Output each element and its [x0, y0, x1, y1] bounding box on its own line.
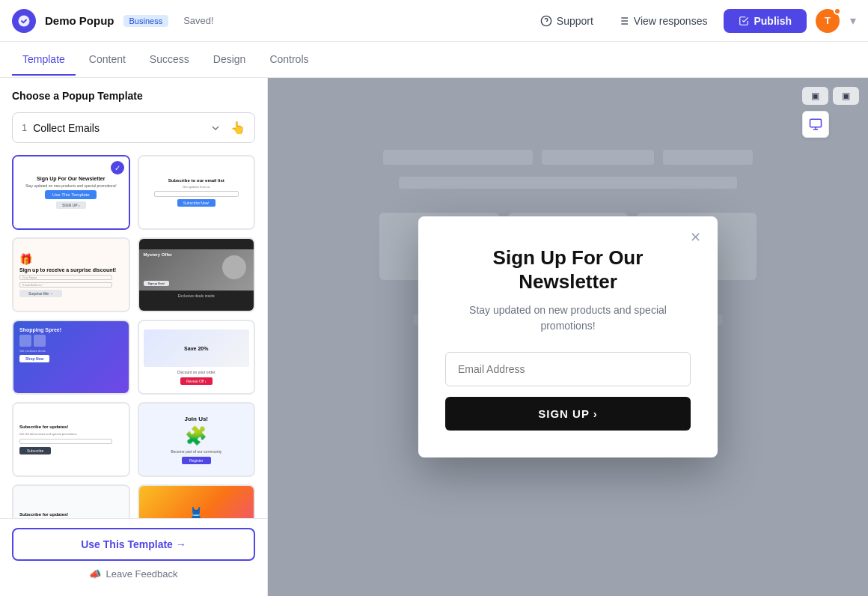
template-card-1[interactable]: Sign Up For Our Newsletter Stay updated … — [12, 155, 130, 230]
publish-button[interactable]: Publish — [724, 9, 807, 33]
template-card-8[interactable]: Join Us! 🧩 Become part of our community … — [138, 402, 256, 477]
avatar[interactable]: T — [816, 9, 840, 33]
signup-button[interactable]: SIGN UP › — [445, 397, 691, 431]
publish-label: Publish — [754, 15, 792, 27]
template-card-7[interactable]: Subscribe for updates! Get the latest ne… — [12, 402, 130, 477]
sidebar-heading: Choose a Popup Template — [12, 90, 255, 102]
list-icon — [617, 15, 629, 27]
popup-close-button[interactable]: ✕ — [685, 227, 706, 248]
use-template-button[interactable]: Use This Template → — [12, 528, 255, 561]
tab-design[interactable]: Design — [203, 44, 257, 76]
dropdown-number: 1 — [22, 122, 27, 133]
notification-dot — [834, 7, 841, 15]
chevron-down-icon — [210, 122, 221, 134]
view-responses-button[interactable]: View responses — [610, 10, 715, 31]
selected-checkmark: ✓ — [111, 161, 124, 174]
sidebar-footer: Use This Template → 📣 Leave Feedback — [0, 518, 267, 596]
popup-subtitle: Stay updated on new products and special… — [445, 302, 691, 334]
template-card-10[interactable]: 👗 Fashion Newsletter — [138, 484, 256, 518]
main-layout: Choose a Popup Template 1 Collect Emails… — [0, 78, 868, 596]
popup-overlay: ✕ Sign Up For Our Newsletter Stay update… — [268, 78, 868, 596]
topbar: Demo Popup Business Saved! Support View … — [0, 0, 868, 42]
feedback-icon: 📣 — [89, 568, 101, 580]
use-template-label: Use This Template → — [81, 538, 186, 550]
dropdown-label: Collect Emails — [33, 122, 204, 134]
canvas: ▣ ▣ ✕ Sign Up For Our Newsletter Stay up… — [268, 78, 868, 596]
sidebar: Choose a Popup Template 1 Collect Emails… — [0, 78, 268, 596]
template-card-3[interactable]: 🎁 Sign up to receive a surprise discount… — [12, 237, 130, 312]
question-icon — [540, 15, 552, 27]
sidebar-content: Choose a Popup Template 1 Collect Emails… — [0, 78, 267, 518]
signup-label: SIGN UP › — [538, 407, 598, 420]
tab-content[interactable]: Content — [79, 44, 136, 76]
app-name: Demo Popup — [45, 14, 114, 27]
leave-feedback-label: Leave Feedback — [106, 568, 177, 580]
support-button[interactable]: Support — [533, 10, 601, 31]
template-card-5[interactable]: Shopping Spree! Get exclusive deals Shop… — [12, 320, 130, 395]
leave-feedback-button[interactable]: 📣 Leave Feedback — [12, 561, 255, 587]
app-logo — [12, 9, 36, 33]
email-input[interactable] — [445, 352, 691, 386]
tab-template[interactable]: Template — [12, 44, 76, 76]
template-card-6[interactable]: Save 20% Discount on your order Reveal O… — [138, 320, 256, 395]
tab-success[interactable]: Success — [139, 44, 200, 76]
tab-bar: Template Content Success Design Controls — [0, 42, 868, 78]
plan-badge: Business — [123, 15, 169, 27]
support-label: Support — [557, 15, 593, 27]
avatar-dropdown-arrow[interactable]: ▾ — [850, 13, 856, 28]
svg-point-0 — [19, 15, 30, 26]
popup-modal: ✕ Sign Up For Our Newsletter Stay update… — [418, 216, 718, 457]
template-card-2[interactable]: Subscribe to our email list Get updates … — [138, 155, 256, 230]
avatar-initials: T — [825, 15, 831, 26]
tab-controls[interactable]: Controls — [259, 44, 319, 76]
cursor-icon: 👆 — [230, 121, 245, 135]
template-grid: Sign Up For Our Newsletter Stay updated … — [12, 155, 255, 518]
template-category-dropdown[interactable]: 1 Collect Emails 👆 — [12, 112, 255, 143]
view-responses-label: View responses — [634, 15, 708, 27]
saved-status: Saved! — [183, 15, 213, 26]
template-card-9[interactable]: Subscribe for updates! Stay in the loop … — [12, 484, 130, 518]
publish-icon — [739, 16, 749, 26]
popup-title: Sign Up For Our Newsletter — [445, 246, 691, 293]
template-card-4[interactable]: Mystery Offer Signup Now! Exclusive deal… — [138, 237, 256, 312]
